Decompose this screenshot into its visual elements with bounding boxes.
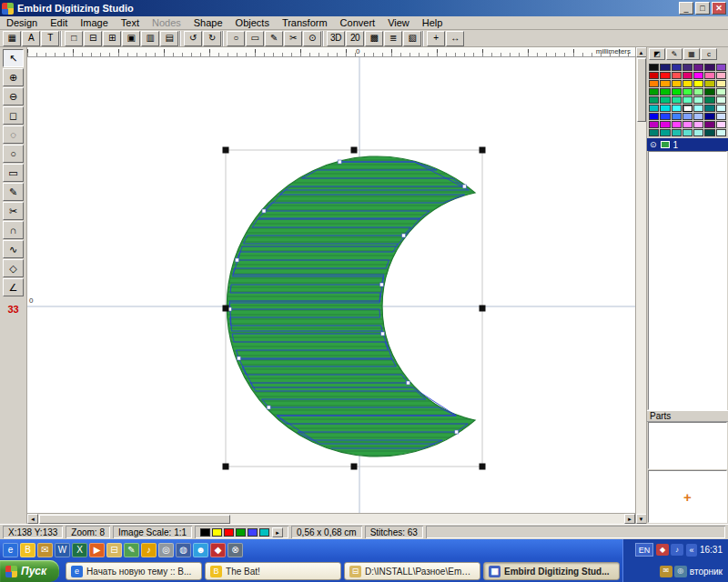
color-swatch[interactable] [716,105,726,112]
quick-launch-icon[interactable]: ♪ [141,543,157,557]
tray-icon[interactable]: ◆ [656,544,669,556]
color-swatch[interactable] [716,96,726,104]
design-surface[interactable] [27,47,635,513]
scroll-down-arrow[interactable]: ▼ [636,514,647,524]
menu-item[interactable]: Help [416,17,450,28]
parts-list[interactable] [648,422,727,469]
toolbar-button[interactable]: ▩ [365,31,383,46]
color-swatch[interactable] [672,96,682,104]
color-swatch[interactable] [704,64,714,71]
tool-button[interactable]: ✎ [3,183,24,201]
color-swatch[interactable] [704,88,714,95]
toolbar-button[interactable]: ≣ [384,31,402,46]
toolbar-button[interactable] [60,31,64,46]
toolbar-button[interactable]: 3D [327,31,345,46]
status-color-swatch[interactable] [248,528,258,537]
tool-button[interactable]: ⊕ [3,68,24,86]
scroll-left-arrow[interactable]: ◄ [27,514,38,524]
toolbar-button[interactable]: ⊞ [103,31,121,46]
color-swatch[interactable] [704,113,714,120]
quick-launch-icon[interactable]: ▶ [89,543,105,557]
color-swatch[interactable] [672,129,682,136]
color-swatch[interactable] [704,96,714,104]
color-swatch[interactable] [649,72,659,79]
status-color-swatch[interactable] [259,528,269,537]
color-swatch[interactable] [672,64,682,71]
handle-mid-right[interactable] [480,306,486,312]
color-swatch[interactable] [660,88,670,95]
menu-item[interactable]: Image [74,17,115,28]
language-indicator[interactable]: EN [635,543,653,557]
quick-launch-icon[interactable]: ◍ [176,543,191,557]
color-swatch[interactable] [693,105,703,112]
toolbar-button[interactable] [179,31,183,46]
tray-collapse-button[interactable]: « [686,544,697,557]
object-list[interactable] [648,151,727,410]
tool-button[interactable]: ∿ [3,240,24,258]
color-swatch[interactable] [682,129,693,136]
menu-item[interactable]: Text [115,17,146,28]
color-swatch[interactable] [649,96,659,104]
color-swatch[interactable] [649,121,659,128]
quick-launch-icon[interactable]: ◆ [210,543,226,557]
color-swatch[interactable] [716,72,726,79]
color-swatch[interactable] [672,80,682,87]
status-color-swatch[interactable] [236,528,246,537]
color-swatch[interactable] [660,72,670,79]
color-swatch[interactable] [693,121,703,128]
color-swatch[interactable] [682,72,693,79]
handle-top-right[interactable] [480,147,486,154]
status-palette-more-button[interactable]: ▸ [272,527,283,537]
color-swatch[interactable] [682,96,693,104]
color-swatch[interactable] [716,121,726,128]
toolbar-button[interactable]: A [22,31,40,46]
tool-button[interactable]: ✂ [3,202,24,220]
taskbar-task[interactable]: ⊟ D:\INSTALL\Разное\Embird [344,562,480,580]
color-swatch[interactable] [649,113,659,120]
color-swatch[interactable] [693,64,703,71]
taskbar-task[interactable]: B The Bat! [205,562,341,580]
color-swatch[interactable] [660,64,670,71]
tool-button[interactable]: ⊖ [3,87,24,105]
toolbar-button[interactable]: ○ [227,31,245,46]
color-swatch[interactable] [682,121,693,128]
quick-launch-icon[interactable]: ✎ [124,543,139,557]
quick-launch-icon[interactable]: X [72,543,87,557]
color-swatch[interactable] [704,72,714,79]
menu-item[interactable]: View [381,17,416,28]
vertical-scrollbar[interactable]: ▲ ▼ [635,47,646,524]
color-swatch[interactable] [672,88,682,95]
menu-item[interactable]: Convert [334,17,382,28]
color-swatch[interactable] [693,88,703,95]
toolbar-button[interactable] [322,31,326,46]
quick-launch-icon[interactable]: e [3,543,18,557]
color-swatch[interactable] [682,105,693,112]
menu-item[interactable]: Nodes [146,17,187,28]
status-color-swatch[interactable] [212,528,222,537]
menu-item[interactable]: Objects [229,17,276,28]
toolbar-button[interactable]: ▭ [246,31,264,46]
menu-item[interactable]: Shape [187,17,229,28]
toolbar-button[interactable]: ✎ [265,31,283,46]
status-color-swatch[interactable] [224,528,234,537]
color-swatch[interactable] [693,80,703,87]
design-canvas[interactable]: 0 millimeters 0 [27,47,635,513]
color-swatch[interactable] [716,80,726,87]
palette-tool-button[interactable]: ◩ [649,48,665,60]
toolbar-button[interactable]: ↔ [446,31,464,46]
palette-tool-button[interactable]: ▦ [683,48,700,60]
handle-mid-left[interactable] [223,306,229,312]
menu-item[interactable]: Edit [44,17,74,28]
color-swatch[interactable] [672,72,682,79]
toolbar-button[interactable]: ▧ [403,31,421,46]
menu-item[interactable]: Transform [276,17,334,28]
color-swatch[interactable] [649,129,659,136]
tool-button[interactable]: ○ [3,145,24,163]
quick-launch-icon[interactable]: ◎ [158,543,174,557]
color-swatch[interactable] [716,129,726,136]
color-swatch[interactable] [649,80,659,87]
color-swatch[interactable] [704,121,714,128]
color-swatch[interactable] [660,105,670,112]
tool-button[interactable]: ◇ [3,259,24,277]
visibility-icon[interactable]: ⊙ [650,140,657,149]
